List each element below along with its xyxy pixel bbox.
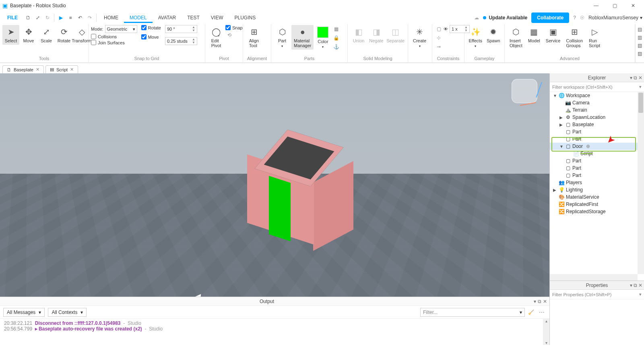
tree-item[interactable]: 📄 Script [550,150,644,157]
explorer-tree[interactable]: ▼ 🌐 Workspace 📷 Camera ⛰️ Terrain ▶ ⚙ Sp… [550,92,644,281]
messages-filter[interactable]: All Messages▾ [3,308,45,317]
minimize-button[interactable]: ― [587,0,605,11]
tree-item[interactable]: ▢ Part [550,172,644,179]
tree-item[interactable]: ▼ 🌐 Workspace [550,92,644,99]
tab-view[interactable]: VIEW [205,12,229,23]
insert-object-button[interactable]: ⬡Insert Object [507,25,525,50]
service-button[interactable]: ▣Service [543,25,563,45]
tree-item[interactable]: ▶ 💡 Lighting [550,186,644,193]
view-cube[interactable] [512,79,537,103]
material-manager-button[interactable]: ●Material Manager [291,25,314,50]
side-toggle-4[interactable]: ▨ [638,51,642,56]
tree-item[interactable]: ▢ Part [550,157,644,164]
tab-test[interactable]: TEST [182,12,205,23]
part-button[interactable]: ⬡Part▾ [274,25,291,50]
tree-item[interactable]: ▢ Part [550,135,644,143]
redo-arrow-icon[interactable]: ↻ [43,13,52,22]
create-button[interactable]: ✳Create▾ [411,25,429,50]
separate-button[interactable]: ◫Separate [386,25,405,45]
union-button[interactable]: ◧Union [350,25,367,45]
expand-icon[interactable]: ▶ [559,115,564,120]
eye-icon[interactable]: 👁 [444,27,448,31]
explorer-filter[interactable]: Filter workspace (Ctrl+Shift+X)▾ [550,82,644,92]
doctab-baseplate[interactable]: 🗋Baseplate✕ [2,65,44,73]
properties-filter[interactable]: Filter Properties (Ctrl+Shift+P)▾ [550,290,644,299]
redo-icon[interactable]: ↷ [85,13,94,22]
tree-item[interactable]: 🔀 ReplicatedStorage [550,208,644,215]
expand-icon[interactable]: ▶ [553,188,557,192]
expand-icon[interactable]: ▶ [559,123,564,127]
move-tool[interactable]: ✥Move [20,25,37,45]
stop-icon[interactable]: ■ [66,13,75,22]
output-filter-input[interactable]: Filter...▾ [420,308,525,317]
rotate-snap-value[interactable]: 90 °▲▼ [165,25,197,33]
user-menu[interactable]: RobloxMiamuroSensey ▾ [588,15,642,21]
lock-icon[interactable]: 🔒 [332,34,340,42]
color-button[interactable]: Color▾ [314,25,331,50]
maximize-button[interactable]: ▢ [605,0,624,11]
close-tab-icon[interactable]: ✕ [70,67,74,72]
output-maximize-icon[interactable]: ▾ [534,299,536,304]
cloud-icon[interactable]: ☁ [474,15,479,21]
collisions-checkbox[interactable]: Collisions [91,34,137,39]
move-snap-checkbox[interactable]: Move [141,34,161,39]
tree-item[interactable]: ▢ Part [550,128,644,135]
tab-plugins[interactable]: PLUGINS [229,12,261,23]
panel-pop-icon[interactable]: ⧉ [634,75,637,81]
output-close-icon[interactable]: ✕ [543,299,547,304]
negate-button[interactable]: ◨Negate [368,25,385,45]
align-tool-button[interactable]: ⊞Align Tool [246,25,262,50]
clear-output-icon[interactable]: 🧹 [528,310,534,315]
model-button[interactable]: ▦Model [526,25,543,45]
output-body[interactable]: 20:38:22.121 Disconnect from ::ffff:127.… [0,318,549,345]
tree-item[interactable]: 🔀 ReplicatedFirst [550,201,644,208]
run-script-button[interactable]: ▷Run Script [586,25,603,50]
file-menu[interactable]: FILE [2,12,23,23]
viewport-3d[interactable]: ✺ [0,73,549,297]
panel-close-icon[interactable]: ✕ [638,283,642,288]
tree-item[interactable]: 👥 Players [550,179,644,186]
rotate-snap-checkbox[interactable]: Rotate [141,25,161,30]
show-icon[interactable]: ⊸ [435,43,443,51]
expand-icon[interactable]: ▼ [559,144,564,149]
weld-icon[interactable]: ▢ [435,25,443,33]
move-snap-value[interactable]: 0.25 studs▲▼ [165,37,197,45]
panel-min-icon[interactable]: ▾ [630,75,632,81]
output-popout-icon[interactable]: ⧉ [538,299,541,304]
tree-item[interactable]: 🎨 MaterialService [550,193,644,201]
tab-model[interactable]: MODEL [124,12,153,23]
panel-close-icon[interactable]: ✕ [638,75,642,81]
tree-item[interactable]: ▼ ▢ Door ⊕ [550,143,644,150]
tree-item[interactable]: ▢ Part [550,164,644,172]
tab-home[interactable]: HOME [98,12,124,23]
join-surfaces-checkbox[interactable]: Join Surfaces [91,40,137,45]
expand-icon[interactable]: ▼ [553,94,557,98]
tree-item[interactable]: ⛰️ Terrain [550,106,644,114]
doctab-script[interactable]: ▤Script✕ [45,65,78,73]
help-icon[interactable]: ? [573,15,576,21]
new-file-icon[interactable]: 🗋 [24,13,33,22]
tree-item[interactable]: ▶ ▢ Baseplate [550,121,644,128]
play-icon[interactable]: ▶ [56,13,65,22]
close-button[interactable]: ✕ [624,0,642,11]
tree-item[interactable]: ▶ ⚙ SpawnLocation [550,114,644,121]
tree-item[interactable]: 📷 Camera [550,99,644,106]
open-file-icon[interactable]: ⤢ [33,13,42,22]
collision-groups-button[interactable]: ⊞Collision Groups [564,25,585,50]
side-toggle-1[interactable]: ▤ [638,27,642,32]
snap-pivot-checkbox[interactable]: Snap [225,25,243,30]
undo-icon[interactable]: ↶ [76,13,85,22]
side-toggle-2[interactable]: ▥ [638,35,642,40]
output-more-icon[interactable]: ⋯ [537,309,546,316]
select-tool[interactable]: ➤Select [2,25,19,45]
collaborate-button[interactable]: Collaborate [531,12,569,23]
scale-tool[interactable]: ⤢Scale [38,25,55,45]
panel-min-icon[interactable]: ▾ [630,283,632,288]
contexts-filter[interactable]: All Contexts▾ [48,308,87,317]
update-available[interactable]: Update Available [483,15,527,21]
anchor-icon[interactable]: ⚓ [332,43,340,51]
rotate-tool[interactable]: ⟳Rotate [56,25,72,45]
tab-avatar[interactable]: AVATAR [153,12,182,23]
explorer-vscroll[interactable] [638,92,644,274]
add-child-icon[interactable]: ⊕ [586,143,590,149]
